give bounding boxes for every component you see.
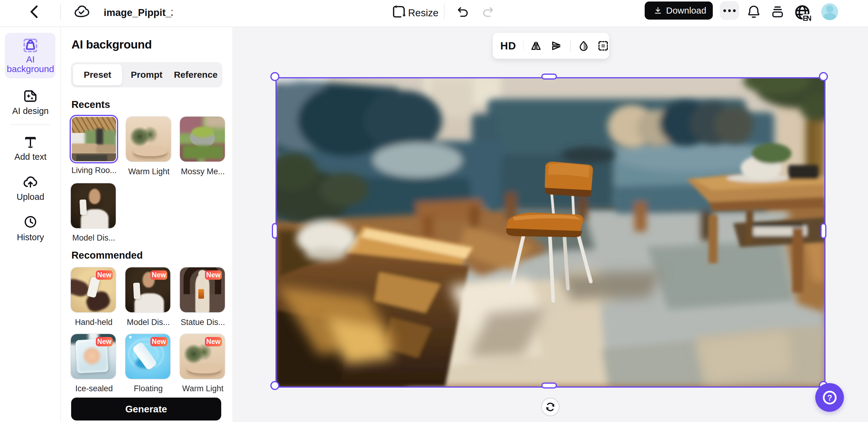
svg-text:EN: EN	[803, 14, 812, 22]
svg-text:?: ?	[827, 393, 832, 402]
